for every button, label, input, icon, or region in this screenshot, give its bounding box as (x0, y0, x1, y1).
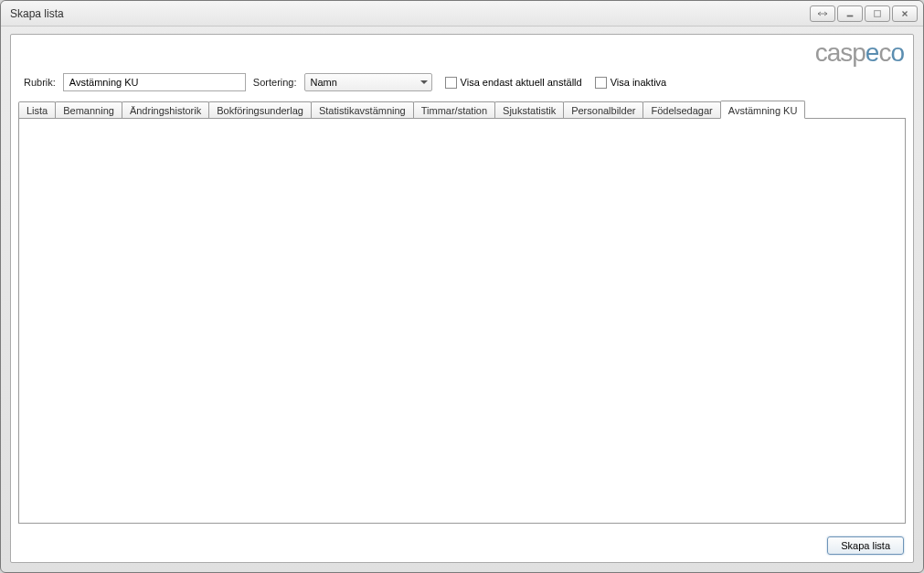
sortering-value: Namn (311, 77, 337, 88)
window-title: Skapa lista (6, 7, 810, 20)
tab-personalbilder[interactable]: Personalbilder (563, 101, 643, 118)
close-button[interactable] (892, 5, 918, 22)
double-arrow-icon (817, 9, 828, 18)
logo-part-1: casp (815, 38, 866, 67)
tab-sjukstatistik[interactable]: Sjukstatistik (494, 101, 564, 118)
app-window: Skapa lista (0, 0, 924, 573)
footer-row: Skapa lista (11, 531, 913, 562)
form-row: Rubrik: Sortering: Namn Visa endast aktu… (11, 68, 913, 101)
tab-fodelsedagar[interactable]: Födelsedagar (643, 101, 720, 118)
checkbox-visa-inaktiva[interactable]: Visa inaktiva (595, 77, 667, 89)
logo-part-3: c (878, 38, 890, 67)
main-panel: caspeco Rubrik: Sortering: Namn Visa end… (10, 34, 914, 563)
logo-part-4: o (890, 38, 904, 67)
tab-lista[interactable]: Lista (18, 101, 56, 118)
rubrik-input[interactable] (63, 73, 246, 91)
brand-logo: caspeco (815, 38, 904, 68)
rubrik-label: Rubrik: (24, 77, 56, 88)
checkbox-icon (445, 77, 457, 89)
maximize-button[interactable] (865, 5, 890, 22)
logo-part-2: e (866, 38, 879, 67)
tab-bokforingsunderlag[interactable]: Bokföringsunderlag (208, 101, 312, 118)
tabs-area: Lista Bemanning Ändringshistorik Bokföri… (11, 101, 913, 118)
tab-statistikavstamning[interactable]: Statistikavstämning (311, 101, 414, 118)
sortering-label: Sortering: (253, 77, 297, 88)
tab-container: Lista Bemanning Ändringshistorik Bokföri… (11, 101, 913, 531)
window-controls (810, 5, 918, 22)
chevron-down-icon (420, 80, 428, 84)
skapa-lista-button[interactable]: Skapa lista (827, 536, 904, 555)
sortering-select[interactable]: Namn (304, 73, 432, 91)
svg-rect-1 (875, 10, 881, 16)
maximize-icon (872, 9, 883, 18)
tab-bemanning[interactable]: Bemanning (55, 101, 122, 118)
titlebar: Skapa lista (1, 1, 923, 27)
checkbox-icon (595, 77, 607, 89)
checkbox-label: Visa endast aktuell anställd (461, 77, 582, 88)
minimize-button[interactable] (837, 5, 863, 22)
checkbox-label: Visa inaktiva (611, 77, 667, 88)
tab-content-area (18, 118, 906, 524)
tab-timmar-station[interactable]: Timmar/station (413, 101, 495, 118)
help-arrow-button[interactable] (810, 5, 835, 22)
tab-strip: Lista Bemanning Ändringshistorik Bokföri… (18, 101, 906, 118)
minimize-icon (844, 9, 855, 18)
close-icon (899, 9, 910, 18)
window-body: caspeco Rubrik: Sortering: Namn Visa end… (1, 27, 923, 572)
tab-andringshistorik[interactable]: Ändringshistorik (122, 101, 209, 118)
logo-area: caspeco (11, 35, 913, 68)
tab-avstamning-ku[interactable]: Avstämning KU (720, 101, 806, 119)
svg-rect-0 (847, 15, 854, 16)
checkbox-visa-aktuell[interactable]: Visa endast aktuell anställd (445, 77, 582, 89)
